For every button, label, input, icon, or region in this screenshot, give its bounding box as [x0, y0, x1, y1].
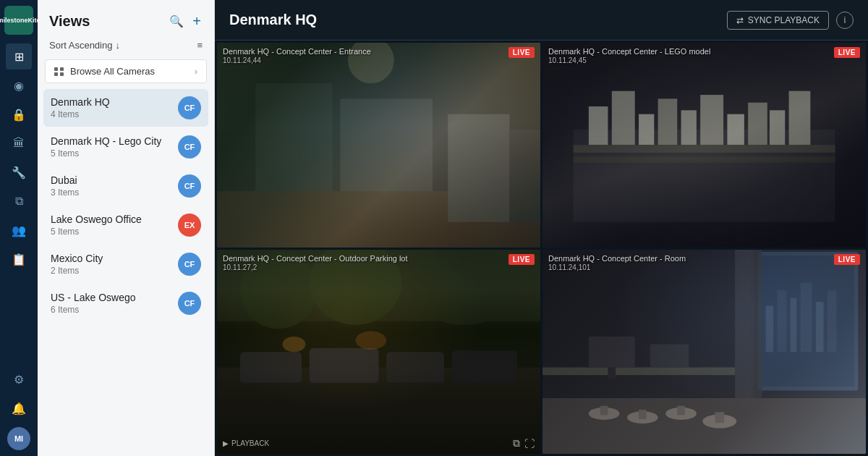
- nav-layers-icon[interactable]: ⧉: [6, 188, 32, 214]
- nav-wrench-icon[interactable]: 🔧: [6, 159, 32, 185]
- app-logo[interactable]: milestone Kite: [4, 6, 33, 35]
- view-item-us-lake-oswego[interactable]: US - Lake Oswego 6 Items CF: [43, 284, 208, 322]
- cam-controls-parking: ⧉ ⛶: [513, 437, 535, 449]
- svg-rect-17: [770, 110, 785, 145]
- nav-users-icon[interactable]: 👥: [6, 217, 32, 243]
- view-name: US - Lake Oswego: [51, 292, 178, 303]
- view-list: Denmark HQ 4 Items CF Denmark HQ - Lego …: [38, 86, 214, 456]
- cam-info-room: Denmark HQ - Concept Center - Room 10.11…: [548, 254, 686, 271]
- live-badge-room: LIVE: [834, 254, 860, 265]
- chevron-right-icon: ›: [195, 66, 197, 77]
- live-badge-lego: LIVE: [834, 47, 860, 58]
- view-item-denmark-hq[interactable]: Denmark HQ 4 Items CF: [43, 89, 208, 127]
- svg-rect-53: [542, 367, 735, 375]
- svg-rect-42: [542, 398, 866, 454]
- browse-all-cameras[interactable]: Browse All Cameras ›: [45, 59, 207, 83]
- nav-eye-icon[interactable]: ◉: [6, 72, 32, 98]
- view-item-lego-city[interactable]: Denmark HQ - Lego City 5 Items CF: [43, 128, 208, 166]
- svg-rect-5: [448, 114, 509, 222]
- cam-time-lego: 10.11.24,45: [548, 56, 710, 64]
- view-avatar-ex: EX: [178, 214, 201, 237]
- camera-grid: Denmark HQ - Concept Center - Entrance 1…: [215, 41, 868, 456]
- playback-text: PLAYBACK: [231, 439, 269, 447]
- cam-label-bar-entrance: Denmark HQ - Concept Center - Entrance 1…: [217, 43, 540, 69]
- filter-icon[interactable]: ≡: [197, 40, 203, 51]
- sort-label-text: Sort Ascending: [49, 40, 112, 51]
- view-item-mexico-city[interactable]: Mexico City 2 Items CF: [43, 245, 208, 283]
- camera-cell-parking[interactable]: Denmark HQ - Concept Center - Outdoor Pa…: [217, 250, 540, 455]
- svg-rect-40: [816, 302, 824, 352]
- svg-rect-19: [574, 145, 835, 153]
- view-count: 2 Items: [51, 266, 178, 276]
- svg-rect-50: [715, 412, 724, 423]
- view-info: Denmark HQ - Lego City 5 Items: [51, 135, 178, 159]
- add-view-button[interactable]: +: [191, 12, 203, 31]
- sort-label[interactable]: Sort Ascending ↓: [49, 40, 120, 51]
- sync-icon: ⇄: [736, 15, 744, 25]
- playback-label: ▶ PLAYBACK: [223, 439, 269, 447]
- svg-rect-15: [727, 114, 744, 145]
- cam-bottom-bar-parking: ▶ PLAYBACK ⧉ ⛶: [217, 433, 540, 454]
- svg-rect-6: [509, 130, 540, 222]
- cam-info-entrance: Denmark HQ - Concept Center - Entrance 1…: [223, 47, 371, 64]
- nav-grid-icon[interactable]: ⊞: [6, 43, 32, 69]
- logo-text-line1: milestone: [0, 17, 28, 25]
- nav-bell-icon[interactable]: 🔔: [6, 395, 32, 421]
- svg-point-32: [356, 331, 387, 350]
- cam-name-entrance: Denmark HQ - Concept Center - Entrance: [223, 47, 371, 56]
- fullscreen-icon[interactable]: ⛶: [524, 438, 535, 449]
- svg-rect-14: [700, 95, 723, 145]
- live-badge-parking: LIVE: [509, 254, 535, 265]
- svg-rect-41: [827, 290, 837, 352]
- camera-feed-parking: [217, 250, 540, 455]
- cam-label-bar-parking: Denmark HQ - Concept Center - Outdoor Pa…: [217, 250, 540, 276]
- logo-text-line2: Kite: [28, 17, 41, 25]
- view-name: Denmark HQ - Lego City: [51, 135, 178, 147]
- view-item-dubai[interactable]: Dubai 3 Items CF: [43, 167, 208, 205]
- cam-name-parking: Denmark HQ - Concept Center - Outdoor Pa…: [223, 254, 408, 263]
- sidebar-sort: Sort Ascending ↓ ≡: [38, 37, 214, 56]
- view-info: Denmark HQ 4 Items: [51, 96, 178, 119]
- info-button[interactable]: i: [836, 12, 854, 29]
- play-icon: ▶: [223, 439, 229, 447]
- camera-cell-lego[interactable]: Denmark HQ - Concept Center - LEGO model…: [542, 43, 866, 248]
- camera-cell-entrance[interactable]: Denmark HQ - Concept Center - Entrance 1…: [217, 43, 540, 248]
- cam-time-entrance: 10.11.24,44: [223, 56, 371, 64]
- svg-rect-28: [310, 347, 379, 382]
- live-badge-entrance: LIVE: [509, 47, 535, 58]
- view-name: Lake Oswego Office: [51, 214, 178, 225]
- sync-playback-label: SYNC PLAYBACK: [748, 15, 820, 25]
- view-item-lake-oswego[interactable]: Lake Oswego Office 5 Items EX: [43, 206, 208, 244]
- svg-rect-18: [789, 91, 811, 145]
- svg-rect-56: [650, 344, 689, 367]
- cam-info-parking: Denmark HQ - Concept Center - Outdoor Pa…: [223, 254, 408, 271]
- camera-background-room: [542, 250, 866, 455]
- header-actions: ⇄ SYNC PLAYBACK i: [727, 11, 854, 30]
- camera-background-lego: [542, 43, 866, 248]
- browse-all-label: Browse All Cameras: [70, 66, 155, 77]
- sidebar: Views 🔍 + Sort Ascending ↓ ≡ Browse All …: [38, 0, 215, 456]
- nav-clipboard-icon[interactable]: 📋: [6, 246, 32, 272]
- svg-rect-36: [766, 305, 774, 352]
- nav-lock-icon[interactable]: 🔒: [6, 101, 32, 127]
- svg-rect-46: [639, 410, 647, 419]
- user-avatar[interactable]: MI: [7, 427, 30, 450]
- sync-playback-button[interactable]: ⇄ SYNC PLAYBACK: [727, 11, 829, 30]
- nav-building-icon[interactable]: 🏛: [6, 130, 32, 156]
- svg-rect-55: [608, 367, 616, 379]
- svg-rect-12: [658, 98, 678, 145]
- view-avatar: CF: [178, 292, 201, 315]
- main-header: Denmark HQ ⇄ SYNC PLAYBACK i: [215, 0, 868, 41]
- sidebar-header-icons: 🔍 +: [168, 12, 203, 31]
- view-count: 4 Items: [51, 109, 178, 119]
- view-avatar: CF: [178, 135, 201, 159]
- sort-arrow-icon: ↓: [115, 40, 120, 51]
- nav-gear-icon[interactable]: ⚙: [6, 366, 32, 392]
- svg-rect-29: [386, 352, 444, 383]
- pip-icon[interactable]: ⧉: [513, 437, 520, 449]
- svg-point-31: [282, 336, 305, 351]
- view-info: Mexico City 2 Items: [51, 253, 178, 276]
- view-count: 5 Items: [51, 148, 178, 159]
- search-button[interactable]: 🔍: [168, 13, 185, 30]
- camera-cell-room[interactable]: Denmark HQ - Concept Center - Room 10.11…: [542, 250, 866, 455]
